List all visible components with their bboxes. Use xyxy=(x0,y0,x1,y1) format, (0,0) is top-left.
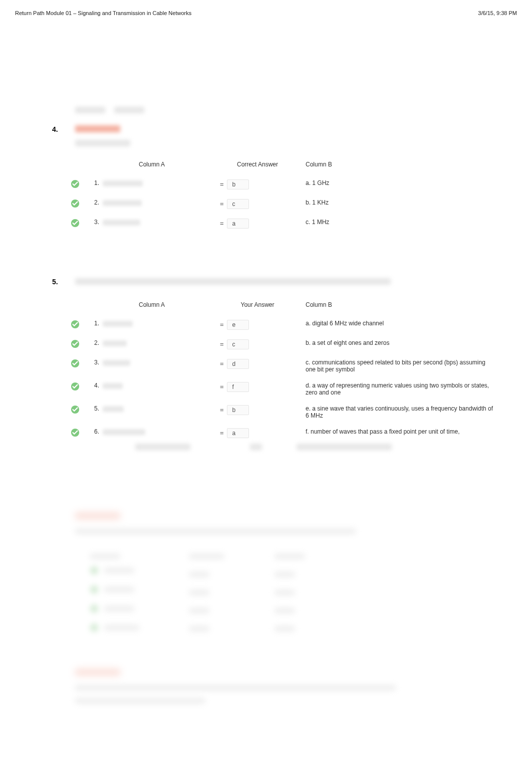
check-icon xyxy=(71,359,80,368)
table-row: 3. x =a c. 1 MHz xyxy=(70,218,506,230)
header-timestamp: 3/6/15, 9:38 PM xyxy=(478,10,517,16)
table-header-row: Column A Your Answer Column B xyxy=(70,301,506,311)
col-b-header: Column B xyxy=(305,301,506,311)
check-icon xyxy=(71,405,80,414)
row-number: 5. xyxy=(94,405,99,412)
col-b-header: Column B xyxy=(305,160,506,171)
question-number: 4. xyxy=(52,125,58,133)
q5-table: Column A Your Answer Column B 1. x =e a.… xyxy=(70,293,506,447)
col-a-header: Column A xyxy=(94,160,219,171)
check-icon xyxy=(71,179,80,188)
question-number: 5. xyxy=(52,278,58,286)
check-icon xyxy=(71,428,80,437)
answer-value: c xyxy=(227,199,249,209)
blurred-preamble xyxy=(75,106,532,115)
table-row: 1. x =b a. 1 GHz xyxy=(70,179,506,190)
answer-header: Your Answer xyxy=(219,301,305,311)
check-icon xyxy=(71,320,80,329)
answer-header: Correct Answer xyxy=(219,160,305,171)
table-row: 3. x =d c. communications speed related … xyxy=(70,358,506,373)
header-title: Return Path Module 01 – Signaling and Tr… xyxy=(15,10,191,16)
question-5: 5. Column A Your Answer Column B 1. x =e… xyxy=(55,278,532,452)
col-b-text: b. 1 KHz xyxy=(305,199,506,210)
blurred-lower-section xyxy=(75,512,532,704)
answer-value: a xyxy=(227,219,249,229)
col-b-text: c. communications speed related to bits … xyxy=(305,358,506,373)
answer-value: c xyxy=(227,339,249,349)
row-number: 6. xyxy=(94,428,99,435)
row-number: 4. xyxy=(94,382,99,389)
row-number: 1. xyxy=(94,179,99,186)
table-row: 2. x =c b. a set of eight ones and zeros xyxy=(70,339,506,350)
col-b-text: f. number of waves that pass a fixed poi… xyxy=(305,428,506,439)
row-number: 2. xyxy=(94,339,99,346)
question-4: 4. Column A Correct Answer Column B xyxy=(55,125,532,238)
row-number: 2. xyxy=(94,199,99,206)
q5-prompt-blurred xyxy=(75,278,532,287)
answer-value: f xyxy=(227,382,249,392)
row-number: 3. xyxy=(94,359,99,366)
check-icon xyxy=(71,219,80,228)
answer-value: b xyxy=(227,405,249,415)
page: Return Path Module 01 – Signaling and Tr… xyxy=(0,0,532,780)
col-b-text: d. a way of representing numeric values … xyxy=(305,381,506,397)
answer-value: b xyxy=(227,179,249,189)
row-number: 1. xyxy=(94,320,99,327)
col-b-text: a. 1 GHz xyxy=(305,179,506,190)
col-b-text: b. a set of eight ones and zeros xyxy=(305,339,506,350)
answer-value: d xyxy=(227,359,249,369)
answer-value: e xyxy=(227,320,249,330)
check-icon xyxy=(71,199,80,208)
check-icon xyxy=(71,382,80,391)
col-b-text: c. 1 MHz xyxy=(305,218,506,230)
row-number: 3. xyxy=(94,219,99,226)
page-header: Return Path Module 01 – Signaling and Tr… xyxy=(0,0,532,16)
table-row: 4. x =f d. a way of representing numeric… xyxy=(70,381,506,397)
blurred-trailing-row xyxy=(70,443,532,452)
col-b-text: a. digital 6 MHz wide channel xyxy=(305,319,506,331)
q4-table: Column A Correct Answer Column B 1. x =b… xyxy=(70,152,506,238)
col-b-text: e. a sine wave that varies continuously,… xyxy=(305,405,506,420)
content: 4. Column A Correct Answer Column B xyxy=(0,16,532,704)
col-a-header: Column A xyxy=(94,301,219,311)
table-row: 6. x =a f. number of waves that pass a f… xyxy=(70,428,506,439)
table-header-row: Column A Correct Answer Column B xyxy=(70,160,506,171)
answer-value: a xyxy=(227,428,249,438)
check-icon xyxy=(71,339,80,348)
table-row: 5. x =b e. a sine wave that varies conti… xyxy=(70,405,506,420)
table-row: 1. x =e a. digital 6 MHz wide channel xyxy=(70,319,506,331)
table-row: 2. x =c b. 1 KHz xyxy=(70,199,506,210)
